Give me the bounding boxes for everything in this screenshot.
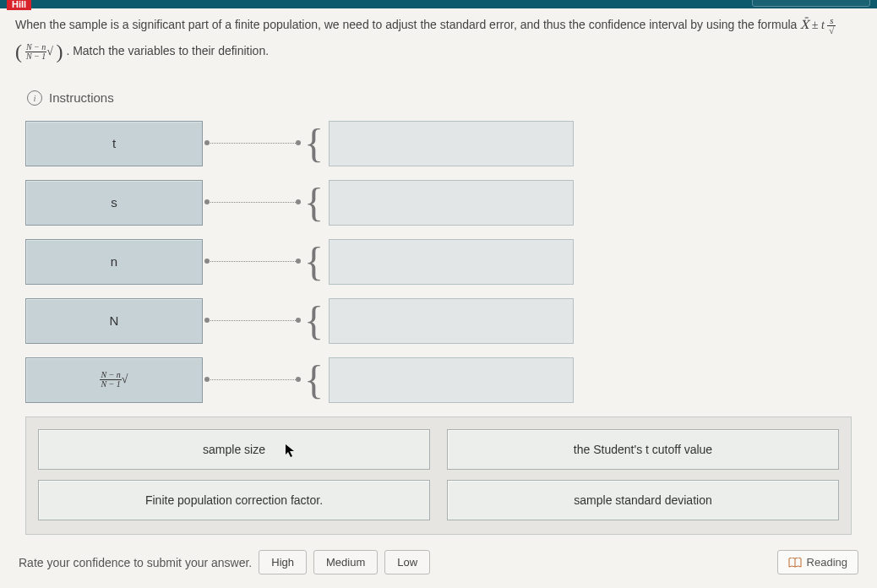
match-row-1: s { — [25, 180, 852, 226]
drag-label: N — [110, 313, 119, 328]
drop-zone-4[interactable] — [329, 357, 574, 403]
top-bar: Hill — [0, 0, 877, 8]
btn-label: High — [271, 556, 294, 569]
drag-item-n-upper[interactable]: N — [25, 298, 203, 344]
btn-label: Low — [397, 556, 417, 569]
match-row-3: N { — [25, 298, 852, 344]
answer-label: Finite population correction factor. — [145, 493, 323, 507]
drop-zone-1[interactable] — [329, 180, 574, 226]
answer-row-1: sample size the Student's t cutoff value — [38, 429, 839, 470]
answer-row-2: Finite population correction factor. sam… — [38, 480, 839, 520]
question-text: When the sample is a significant part of… — [0, 8, 877, 74]
match-row-4: N − nN − 1√ { — [25, 357, 852, 403]
formula-fpc: N − nN − 1√ — [25, 45, 57, 57]
reading-button[interactable]: Reading — [777, 550, 858, 574]
match-row-0: t { — [25, 121, 852, 166]
connector — [206, 202, 299, 203]
paren-open: ( — [15, 41, 22, 63]
reading-label: Reading — [807, 556, 847, 569]
answer-student-t[interactable]: the Student's t cutoff value — [447, 429, 839, 470]
confidence-prompt: Rate your confidence to submit your answ… — [19, 556, 252, 569]
book-icon — [788, 558, 802, 568]
info-icon: i — [27, 90, 42, 106]
btn-label: Medium — [326, 556, 365, 569]
connector — [206, 143, 299, 144]
answer-fpc[interactable]: Finite population correction factor. — [38, 480, 430, 520]
drop-zone-3[interactable] — [329, 298, 574, 344]
instructions-label: Instructions — [49, 90, 114, 105]
formula-main: X̄ ± t s√ — [800, 19, 836, 31]
drag-label: s — [111, 195, 117, 210]
question-line2: . Match the variables to their definitio… — [66, 44, 269, 57]
answer-std-dev[interactable]: sample standard deviation — [447, 480, 839, 520]
answer-label: the Student's t cutoff value — [574, 443, 712, 456]
drag-item-t[interactable]: t — [25, 121, 203, 166]
confidence-low-button[interactable]: Low — [384, 550, 430, 574]
drop-zone-0[interactable] — [329, 121, 574, 166]
drag-label: n — [111, 254, 117, 269]
connector — [206, 261, 299, 262]
confidence-medium-button[interactable]: Medium — [313, 550, 378, 574]
drag-item-s[interactable]: s — [25, 180, 203, 226]
top-right-button[interactable] — [752, 0, 870, 7]
connector — [206, 320, 299, 321]
drag-label: t — [112, 136, 116, 150]
logo-tab: Hill — [7, 0, 31, 10]
paren-close: ) — [57, 41, 63, 63]
drag-label: N − nN − 1√ — [100, 371, 128, 389]
footer: Rate your confidence to submit your answ… — [0, 550, 877, 574]
answer-sample-size[interactable]: sample size — [38, 429, 430, 470]
drop-zone-2[interactable] — [329, 239, 574, 285]
question-line1: When the sample is a significant part of… — [15, 18, 800, 31]
matching-area: t { s { n { N { N − nN − 1√ { — [0, 121, 877, 403]
instructions-row: i Instructions — [0, 74, 877, 121]
drag-item-fpc[interactable]: N − nN − 1√ — [25, 357, 203, 403]
answer-label: sample standard deviation — [574, 493, 711, 507]
answer-label: sample size — [203, 443, 265, 456]
confidence-high-button[interactable]: High — [259, 550, 307, 574]
drag-item-n-lower[interactable]: n — [25, 239, 203, 285]
connector — [206, 379, 299, 380]
match-row-2: n { — [25, 239, 852, 285]
answer-pool: sample size the Student's t cutoff value… — [25, 416, 852, 535]
